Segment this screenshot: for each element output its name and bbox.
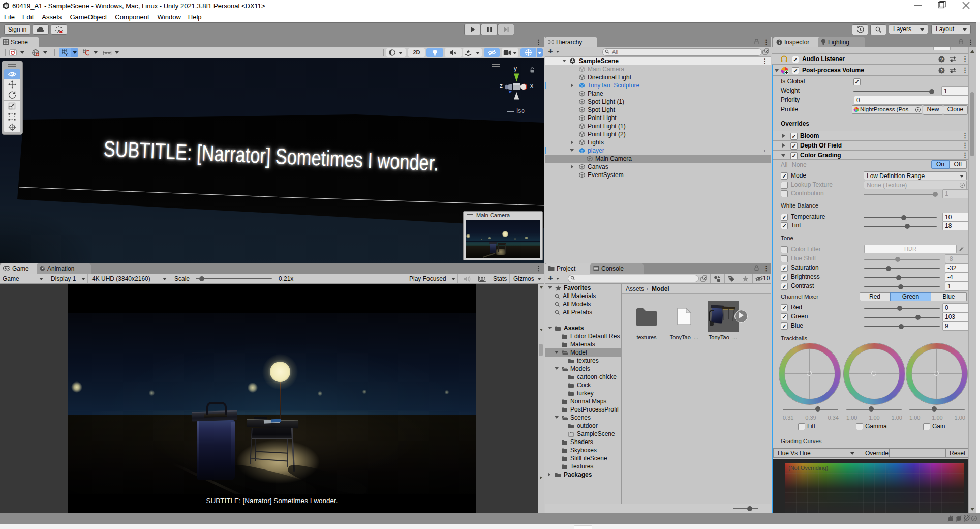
svg-text:?: ?	[940, 68, 943, 73]
svg-text:?: ?	[940, 57, 943, 62]
svg-text:Y: Y	[65, 52, 68, 56]
